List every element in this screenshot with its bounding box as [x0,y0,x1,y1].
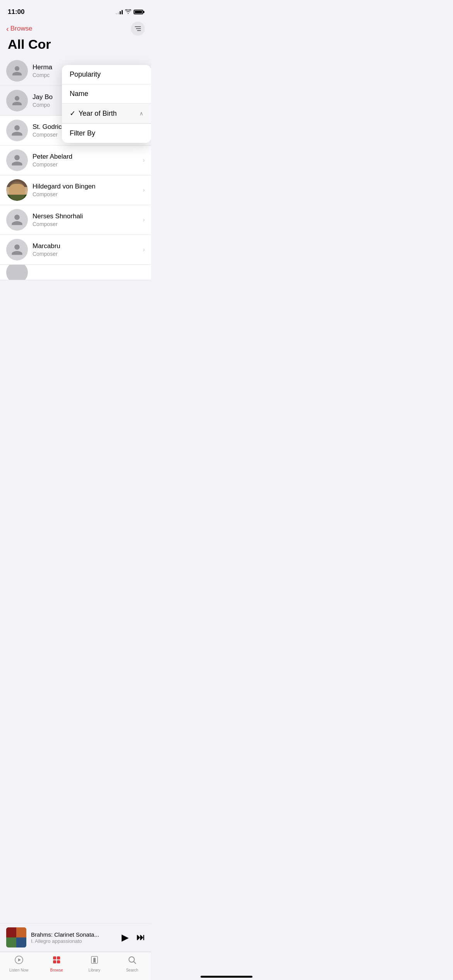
list-chevron-icon-nerses: › [143,216,145,223]
year-of-birth-label: Year of Birth [79,110,117,118]
sort-option-year-of-birth[interactable]: ✓ Year of Birth ∧ [62,104,151,123]
sort-button[interactable] [131,22,145,36]
sort-option-filter-by[interactable]: Filter By [62,123,151,143]
composer-role-nerses: Composer [33,221,138,227]
sort-option-popularity[interactable]: Popularity [62,65,151,84]
sort-dropdown: Popularity Name ✓ Year of Birth ∧ Filter… [62,65,151,143]
composer-role-hildegard: Composer [33,191,138,197]
name-label: Name [70,90,88,98]
avatar-nerses [6,209,28,231]
composer-item-nerses[interactable]: Nerses Shnorhali Composer › [0,205,151,235]
sort-lines-icon [135,26,141,31]
composer-name-peter-abelard: Peter Abelard [33,153,138,161]
avatar-peter-abelard [6,149,28,171]
avatar-marcabru [6,239,28,260]
list-chevron-icon-marcabru: › [143,246,145,253]
chevron-up-icon: ∧ [139,110,143,117]
sort-option-name[interactable]: Name [62,84,151,104]
avatar-placeholder-2 [6,90,28,111]
composer-role-peter-abelard: Composer [33,161,138,168]
checkmark-icon: ✓ [70,109,76,118]
back-label: Browse [10,25,33,33]
signal-bars-icon [116,10,123,14]
filter-by-label: Filter By [70,129,95,137]
popularity-label: Popularity [70,70,101,79]
page-title-section: All Cor [0,36,151,56]
composer-item-peter-abelard[interactable]: Peter Abelard Composer › [0,146,151,175]
composer-name-marcabru: Marcabru [33,242,138,250]
status-bar: 11:00 [0,0,151,19]
avatar-next-partial [6,265,28,280]
nav-bar: ‹ Browse [0,19,151,36]
avatar-st-godric [6,120,28,141]
battery-icon [134,10,143,14]
composer-name-nerses: Nerses Shnorhali [33,212,138,220]
composer-name-hildegard: Hildegard von Bingen [33,183,138,190]
composer-info-nerses: Nerses Shnorhali Composer [28,212,143,227]
status-icons [116,9,143,15]
wifi-icon [125,9,131,15]
back-chevron-icon: ‹ [6,24,9,33]
composer-item-hildegard[interactable]: Hildegard von Bingen Composer › [0,175,151,205]
composer-info-hildegard: Hildegard von Bingen Composer [28,183,143,197]
composer-role-marcabru: Composer [33,251,138,257]
composer-info-marcabru: Marcabru Composer [28,242,143,257]
composer-item-next-partial[interactable] [0,265,151,280]
composer-item-marcabru[interactable]: Marcabru Composer › [0,235,151,265]
composer-info-peter-abelard: Peter Abelard Composer [28,153,143,168]
back-button[interactable]: ‹ Browse [6,24,32,33]
page-title: All Cor [8,37,143,51]
list-chevron-icon-hildegard: › [143,187,145,194]
avatar-hildegard [6,179,28,201]
status-time: 11:00 [8,8,24,16]
avatar-placeholder [6,60,28,82]
list-chevron-icon-abelard: › [143,157,145,164]
